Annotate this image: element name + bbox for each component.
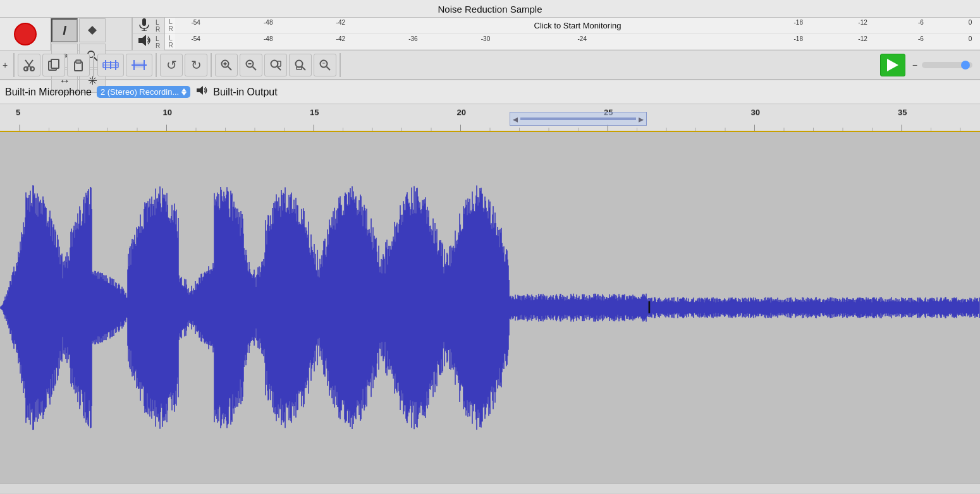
play-triangle-icon <box>887 59 898 71</box>
trim-audio-button[interactable] <box>97 54 124 76</box>
meter-label-54-top: -54 <box>191 19 200 26</box>
zoom-thumb[interactable] <box>961 61 970 69</box>
svg-rect-15 <box>51 59 59 68</box>
meter-label-36-bot: -36 <box>408 35 417 42</box>
speaker-io-row: LR <box>133 34 164 51</box>
zoom-slider[interactable] <box>922 62 972 68</box>
meter-bottom-scale: -54 -48 -42 -36 -30 -24 -18 -12 -6 0 <box>175 34 980 50</box>
divider-1 <box>13 53 15 77</box>
copy-button[interactable] <box>42 54 65 76</box>
window-title: Noise Reduction Sample <box>438 4 542 15</box>
meter-label-18-bot: -18 <box>794 35 803 42</box>
meter-label-0-top: 0 <box>969 19 972 26</box>
zoom-in-button[interactable] <box>215 54 238 76</box>
divider-5 <box>340 53 341 77</box>
input-device-name: Built-in Microphone <box>5 87 92 98</box>
svg-marker-48 <box>197 86 203 95</box>
meter-label-42-bot: -42 <box>336 35 345 42</box>
svg-line-47 <box>327 66 331 70</box>
meter-label-12-top: -12 <box>858 19 867 26</box>
speaker-button[interactable] <box>195 84 208 100</box>
meter-top-lr: LR <box>165 18 175 32</box>
svg-rect-17 <box>76 60 81 63</box>
svg-line-32 <box>253 66 257 70</box>
plus-label: + <box>3 60 8 70</box>
toolbar-row1: I ✏ ↔ ✳ <box>0 18 980 51</box>
meter-label-12-bot: -12 <box>858 35 867 42</box>
fit-project-button[interactable] <box>264 54 287 76</box>
meter-label-48-bot: -48 <box>264 35 273 42</box>
toolbar-area: I ✏ ↔ ✳ <box>0 18 980 80</box>
svg-rect-22 <box>103 64 118 66</box>
meter-area: LR -54 -48 -42 Click to Start Monitoring… <box>165 18 980 50</box>
svg-marker-1 <box>92 26 97 35</box>
svg-rect-4 <box>142 18 146 26</box>
handle-right-arrow-icon: ▸ <box>639 113 644 125</box>
meter-bottom-lr: LR <box>165 35 175 49</box>
microphone-icon <box>135 17 153 34</box>
meter-label-42-top: -42 <box>336 19 345 26</box>
waveform-area[interactable]: I <box>0 132 980 483</box>
paste-button[interactable] <box>67 54 90 76</box>
click-to-start-label[interactable]: Click to Start Monitoring <box>534 21 622 30</box>
meter-label-24-bot: -24 <box>578 35 587 42</box>
svg-line-28 <box>228 66 232 70</box>
tool-group: I ✏ ↔ ✳ <box>51 18 133 50</box>
meter-label-6-bot: -6 <box>918 35 924 42</box>
cut-button[interactable] <box>18 54 40 76</box>
handle-bar <box>520 117 636 120</box>
meter-label-30-bot: -30 <box>481 35 490 42</box>
output-device-name: Built-in Output <box>213 87 277 98</box>
channel-chevron-icon <box>181 88 187 95</box>
device-bar: Built-in Microphone 2 (Stereo) Recordin.… <box>0 80 980 104</box>
svg-rect-26 <box>134 63 144 68</box>
cursor-ibeam: I <box>647 298 652 318</box>
meter-top-scale: -54 -48 -42 Click to Start Monitoring -1… <box>175 18 980 33</box>
svg-line-41 <box>302 66 306 70</box>
meter-label-0-bot: 0 <box>969 35 972 42</box>
zoom-out-button[interactable] <box>240 54 262 76</box>
record-circle-icon <box>14 23 37 45</box>
redo-button[interactable]: ↻ <box>185 54 207 76</box>
play-button[interactable] <box>880 54 905 76</box>
timeline-ruler[interactable]: ◂ ▸ <box>0 104 980 132</box>
svg-point-40 <box>296 60 303 67</box>
divider-4 <box>211 53 212 77</box>
svg-marker-7 <box>138 35 146 46</box>
meter-label-48-top: -48 <box>264 19 273 26</box>
title-bar: Noise Reduction Sample <box>0 0 980 18</box>
channel-label: 2 (Stereo) Recordin... <box>101 87 179 97</box>
divider-3 <box>156 53 157 77</box>
record-button[interactable] <box>0 18 51 50</box>
undo-button[interactable]: ↺ <box>160 54 183 76</box>
mic-io-row: LR <box>133 18 164 34</box>
meter-bottom-row[interactable]: LR -54 -48 -42 -36 -30 -24 -18 -12 -6 0 <box>165 34 980 51</box>
handle-left-arrow-icon: ◂ <box>513 113 518 125</box>
meter-label-18-top: -18 <box>794 19 803 26</box>
divider-2 <box>93 53 94 77</box>
waveform-canvas <box>0 132 980 483</box>
svg-marker-0 <box>88 26 92 35</box>
selection-tool-button[interactable]: I <box>51 18 78 42</box>
edit-toolbar-row: + <box>0 51 980 80</box>
bottom-bar <box>0 483 980 493</box>
envelope-tool-button[interactable] <box>79 18 106 42</box>
fit-tracks-button[interactable] <box>289 54 312 76</box>
meter-label-54-bot: -54 <box>191 35 200 42</box>
zoom-toggle-button[interactable] <box>314 54 336 76</box>
channel-select[interactable]: 2 (Stereo) Recordin... <box>97 86 190 98</box>
svg-line-35 <box>278 66 281 70</box>
lr-top-label: LR <box>156 19 162 33</box>
speaker-icon <box>135 33 153 51</box>
meter-label-6-top: -6 <box>918 19 924 26</box>
svg-point-34 <box>271 60 278 67</box>
svg-line-12 <box>25 60 29 65</box>
io-group: LR LR <box>133 18 165 50</box>
zoom-minus-label: − <box>912 60 917 70</box>
meter-top-row[interactable]: LR -54 -48 -42 Click to Start Monitoring… <box>165 18 980 34</box>
selection-range-handle[interactable]: ◂ ▸ <box>510 112 647 126</box>
svg-line-13 <box>29 60 33 65</box>
silence-audio-button[interactable] <box>126 54 152 76</box>
lr-bottom-label: LR <box>156 35 162 49</box>
